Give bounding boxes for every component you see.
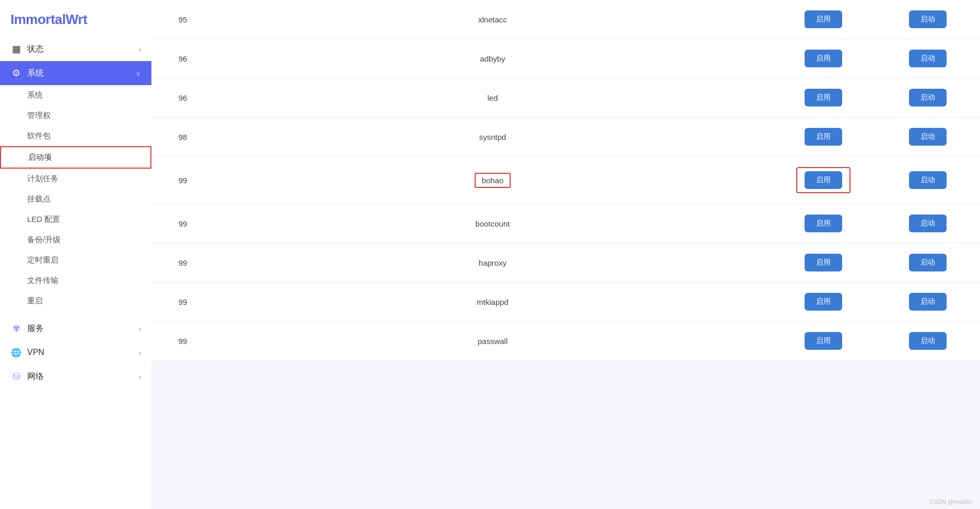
row-enable-cell: 启用 xyxy=(771,282,876,322)
enable-button[interactable]: 启用 xyxy=(805,171,842,189)
row-name: xlnetacc xyxy=(214,0,771,39)
sidebar-sub-system-label: 系统 xyxy=(27,90,43,100)
start-button[interactable]: 启动 xyxy=(909,89,947,106)
sidebar-sub-reboot[interactable]: 重启 xyxy=(0,291,151,311)
sidebar-sub-scheduled-label: 计划任务 xyxy=(27,174,58,184)
sidebar-item-status-label: 状态 xyxy=(27,44,44,55)
sidebar: ImmortalWrt ▦ 状态 › ⚙ 系统 ∨ 系统 管理权 软件包 启动项… xyxy=(0,0,151,509)
row-start-cell: 启动 xyxy=(876,282,980,322)
row-name: sysntpd xyxy=(214,117,771,157)
vpn-arrow-icon: › xyxy=(139,349,141,357)
start-button[interactable]: 启动 xyxy=(909,50,947,67)
sidebar-item-vpn-label: VPN xyxy=(27,348,44,357)
sidebar-sub-led-label: LED 配置 xyxy=(27,215,60,224)
sidebar-sub-mounts-label: 挂载点 xyxy=(27,194,51,204)
sidebar-sub-packages-label: 软件包 xyxy=(27,131,51,141)
start-button[interactable]: 启动 xyxy=(909,215,947,232)
start-button[interactable]: 启动 xyxy=(909,332,947,350)
enable-button[interactable]: 启用 xyxy=(805,10,842,28)
sidebar-sub-reboot-timer-label: 定时重启 xyxy=(27,255,58,265)
status-arrow-icon: › xyxy=(139,45,141,53)
logo: ImmortalWrt xyxy=(0,0,151,37)
sidebar-sub-startup[interactable]: 启动项 xyxy=(0,146,151,169)
enable-button[interactable]: 启用 xyxy=(805,128,842,146)
watermark: CSDN @macklo xyxy=(930,499,972,505)
row-number: 95 xyxy=(151,0,214,39)
row-start-cell: 启动 xyxy=(876,204,980,243)
services-arrow-icon: › xyxy=(139,325,141,333)
sidebar-sub-mounts[interactable]: 挂载点 xyxy=(0,189,151,209)
enable-button[interactable]: 启用 xyxy=(805,50,842,67)
row-name: bootcount xyxy=(214,204,771,243)
table-row: 99haproxy启用启动 xyxy=(151,243,980,282)
sidebar-item-status[interactable]: ▦ 状态 › xyxy=(0,37,151,61)
sidebar-sub-reboot-label: 重启 xyxy=(27,296,43,306)
sidebar-sub-led[interactable]: LED 配置 xyxy=(0,209,151,230)
row-enable-cell: 启用 xyxy=(771,78,876,117)
row-start-cell: 启动 xyxy=(876,157,980,204)
vpn-icon: 🌐 xyxy=(10,347,22,358)
startup-table: 95xlnetacc启用启动96adbyby启用启动96led启用启动98sys… xyxy=(151,0,980,361)
row-enable-cell: 启用 xyxy=(771,0,876,39)
main-content: 95xlnetacc启用启动96adbyby启用启动96led启用启动98sys… xyxy=(151,0,980,509)
enable-button[interactable]: 启用 xyxy=(805,215,842,232)
sidebar-item-system-label: 系统 xyxy=(27,68,44,79)
sidebar-sub-backup[interactable]: 备份/升级 xyxy=(0,230,151,250)
sidebar-sub-packages[interactable]: 软件包 xyxy=(0,126,151,146)
row-start-cell: 启动 xyxy=(876,322,980,361)
row-number: 96 xyxy=(151,78,214,117)
start-button[interactable]: 启动 xyxy=(909,171,947,189)
start-button[interactable]: 启动 xyxy=(909,10,947,28)
sidebar-sub-startup-label: 启动项 xyxy=(28,152,52,162)
sidebar-item-network-label: 网络 xyxy=(27,371,44,382)
table-row: 98sysntpd启用启动 xyxy=(151,117,980,157)
system-arrow-icon: ∨ xyxy=(136,69,141,77)
network-arrow-icon: › xyxy=(139,373,141,381)
sidebar-sub-admin-label: 管理权 xyxy=(27,111,51,121)
table-row: 99passwall启用启动 xyxy=(151,322,980,361)
status-icon: ▦ xyxy=(10,43,22,55)
start-button[interactable]: 启动 xyxy=(909,128,947,146)
row-name: mtkiappd xyxy=(214,282,771,322)
sidebar-sub-admin[interactable]: 管理权 xyxy=(0,105,151,126)
row-enable-cell: 启用 xyxy=(771,117,876,157)
enable-button[interactable]: 启用 xyxy=(805,293,842,311)
row-name: haproxy xyxy=(214,243,771,282)
row-enable-cell: 启用 xyxy=(771,39,876,78)
row-number: 98 xyxy=(151,117,214,157)
row-enable-cell: 启用 xyxy=(771,157,876,204)
sidebar-sub-reboot-timer[interactable]: 定时重启 xyxy=(0,250,151,270)
sidebar-item-services[interactable]: ✾ 服务 › xyxy=(0,316,151,340)
table-row: 99bootcount启用启动 xyxy=(151,204,980,243)
sidebar-item-network[interactable]: ⛁ 网络 › xyxy=(0,364,151,388)
row-number: 99 xyxy=(151,243,214,282)
enable-button[interactable]: 启用 xyxy=(805,89,842,106)
enable-button[interactable]: 启用 xyxy=(805,254,842,271)
sidebar-item-system[interactable]: ⚙ 系统 ∨ xyxy=(0,61,151,85)
sidebar-sub-scheduled[interactable]: 计划任务 xyxy=(0,169,151,189)
enable-button[interactable]: 启用 xyxy=(805,332,842,350)
row-start-cell: 启动 xyxy=(876,39,980,78)
sidebar-sub-file-transfer[interactable]: 文件传输 xyxy=(0,270,151,291)
system-icon: ⚙ xyxy=(10,67,22,79)
sidebar-sub-system[interactable]: 系统 xyxy=(0,85,151,105)
row-number: 96 xyxy=(151,39,214,78)
start-button[interactable]: 启动 xyxy=(909,293,947,311)
sidebar-item-vpn[interactable]: 🌐 VPN › xyxy=(0,340,151,364)
row-name: bohao xyxy=(214,157,771,204)
row-number: 99 xyxy=(151,204,214,243)
row-start-cell: 启动 xyxy=(876,78,980,117)
table-row: 99bohao启用启动 xyxy=(151,157,980,204)
row-name: led xyxy=(214,78,771,117)
services-icon: ✾ xyxy=(10,323,22,334)
row-enable-cell: 启用 xyxy=(771,204,876,243)
row-name: passwall xyxy=(214,322,771,361)
network-icon: ⛁ xyxy=(10,371,22,382)
row-start-cell: 启动 xyxy=(876,243,980,282)
row-number: 99 xyxy=(151,322,214,361)
row-enable-cell: 启用 xyxy=(771,243,876,282)
row-number: 99 xyxy=(151,157,214,204)
table-row: 96adbyby启用启动 xyxy=(151,39,980,78)
table-row: 96led启用启动 xyxy=(151,78,980,117)
start-button[interactable]: 启动 xyxy=(909,254,947,271)
